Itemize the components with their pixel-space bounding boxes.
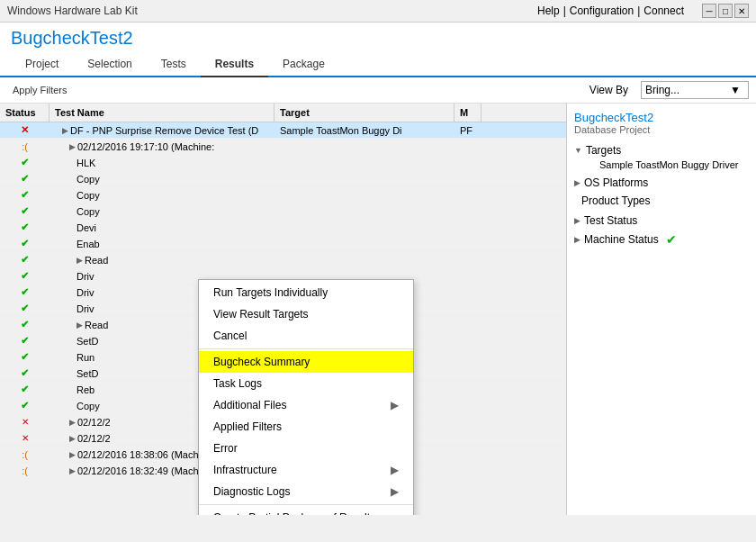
expand-icon: ▼ bbox=[574, 146, 582, 155]
check-icon: ✔ bbox=[21, 221, 29, 233]
tab-project[interactable]: Project bbox=[11, 52, 73, 76]
status-cell: ✔ bbox=[0, 350, 50, 364]
menu-item-cancel[interactable]: Cancel bbox=[199, 325, 413, 347]
table-row[interactable]: ✔ Enab bbox=[0, 236, 566, 252]
status-cell: ✔ bbox=[0, 237, 50, 250]
right-panel: BugcheckTest2 Database Project ▼ Targets… bbox=[567, 104, 756, 515]
submenu-arrow-icon: ▶ bbox=[391, 464, 399, 476]
tab-bar: Project Selection Tests Results Package bbox=[11, 52, 745, 76]
menu-item-label: Run Targets Individually bbox=[213, 286, 328, 299]
x-icon: ✕ bbox=[22, 417, 29, 427]
col-header-target: Target bbox=[274, 104, 454, 122]
menu-item-view-result-targets[interactable]: View Result Targets bbox=[199, 303, 413, 325]
tree-item-product-types[interactable]: Product Types bbox=[574, 193, 749, 209]
m-cell bbox=[454, 389, 482, 391]
target-cell bbox=[274, 243, 454, 245]
help-link[interactable]: Help bbox=[537, 5, 560, 17]
table-row[interactable]: ✔ Devi bbox=[0, 220, 566, 236]
check-icon: ✔ bbox=[21, 157, 29, 168]
status-cell: ✔ bbox=[0, 334, 50, 348]
table-row[interactable]: ✕ ▶ DF - PNP Surprise Remove Device Test… bbox=[0, 122, 566, 139]
table-row[interactable]: :( ▶ 02/12/2016 19:17:10 (Machine: bbox=[0, 139, 566, 155]
dropdown-arrow-icon: ▼ bbox=[730, 84, 741, 96]
configuration-link[interactable]: Configuration bbox=[570, 5, 634, 17]
tree-section-targets: Sample ToastMon Buggy Driver bbox=[585, 158, 749, 171]
tab-package[interactable]: Package bbox=[268, 52, 339, 76]
connect-link[interactable]: Connect bbox=[644, 5, 684, 17]
view-by-dropdown[interactable]: Bring... ▼ bbox=[641, 81, 749, 99]
tree-item-targets[interactable]: ▼ Targets bbox=[574, 142, 749, 158]
app-title: BugcheckTest2 bbox=[11, 28, 745, 49]
target-cell: Sample ToastMon Buggy Di bbox=[274, 124, 454, 137]
expand-icon[interactable]: ▶ bbox=[69, 434, 76, 443]
name-cell: Copy bbox=[50, 189, 274, 202]
m-cell bbox=[454, 340, 482, 342]
close-button[interactable]: ✕ bbox=[734, 4, 749, 18]
tab-selection[interactable]: Selection bbox=[73, 52, 146, 76]
expand-icon: ▶ bbox=[574, 216, 580, 225]
status-cell: ✔ bbox=[0, 302, 50, 315]
expand-icon[interactable]: ▶ bbox=[69, 450, 76, 459]
expand-icon[interactable]: ▶ bbox=[76, 256, 83, 265]
table-row[interactable]: ✔ Copy bbox=[0, 171, 566, 187]
check-icon: ✔ bbox=[21, 205, 29, 217]
menu-item-task-logs[interactable]: Task Logs bbox=[199, 373, 413, 394]
menu-item-diagnostic-logs[interactable]: Diagnostic Logs ▶ bbox=[199, 481, 413, 502]
menu-item-create-partial[interactable]: Create Partial Package of Result bbox=[199, 507, 413, 515]
menu-item-label: View Result Targets bbox=[213, 308, 309, 321]
expand-icon[interactable]: ▶ bbox=[76, 321, 83, 330]
window-controls: ─ □ ✕ bbox=[702, 4, 749, 18]
sad-icon: :( bbox=[22, 465, 28, 476]
menu-item-error[interactable]: Error bbox=[199, 438, 413, 459]
expand-icon[interactable]: ▶ bbox=[69, 466, 76, 475]
m-cell bbox=[454, 292, 482, 294]
status-cell: :( bbox=[0, 465, 50, 477]
menu-item-label: Additional Files bbox=[213, 399, 286, 411]
check-icon: ✔ bbox=[21, 303, 29, 314]
check-icon: ✔ bbox=[21, 189, 29, 201]
check-icon: ✔ bbox=[21, 238, 29, 249]
menu-item-applied-filters[interactable]: Applied Filters bbox=[199, 416, 413, 438]
status-cell: :( bbox=[0, 448, 50, 461]
tab-results[interactable]: Results bbox=[201, 52, 268, 77]
m-cell bbox=[454, 259, 482, 261]
tree-item-sample-toast: Sample ToastMon Buggy Driver bbox=[599, 158, 749, 171]
m-cell bbox=[454, 243, 482, 245]
status-cell: ✔ bbox=[0, 156, 50, 169]
view-by-label: View By bbox=[590, 84, 628, 96]
col-header-m: M bbox=[454, 104, 482, 122]
expand-icon[interactable]: ▶ bbox=[62, 126, 68, 135]
status-cell: ✔ bbox=[0, 221, 50, 234]
name-cell: ▶ 02/12/2016 19:17:10 (Machine: bbox=[50, 140, 274, 153]
check-icon: ✔ bbox=[666, 232, 677, 247]
tree-item-machine-status[interactable]: ▶ Machine Status ✔ bbox=[574, 230, 749, 248]
sep2: | bbox=[637, 5, 640, 17]
expand-icon[interactable]: ▶ bbox=[69, 142, 76, 151]
target-cell bbox=[274, 146, 454, 148]
table-row[interactable]: ✔ ▶ Read bbox=[0, 252, 566, 268]
target-cell bbox=[274, 194, 454, 196]
tree-item-test-status[interactable]: ▶ Test Status bbox=[574, 212, 749, 229]
minimize-button[interactable]: ─ bbox=[702, 4, 716, 18]
table-row[interactable]: ✔ HLK bbox=[0, 155, 566, 171]
target-cell bbox=[274, 178, 454, 180]
table-row[interactable]: ✔ Copy bbox=[0, 203, 566, 220]
expand-icon[interactable]: ▶ bbox=[69, 418, 76, 427]
menu-item-label: Create Partial Package of Result bbox=[213, 511, 370, 515]
menu-item-run-targets[interactable]: Run Targets Individually bbox=[199, 282, 413, 303]
status-cell: ✔ bbox=[0, 383, 50, 396]
menu-item-additional-files[interactable]: Additional Files ▶ bbox=[199, 394, 413, 416]
restore-button[interactable]: □ bbox=[718, 4, 733, 18]
check-icon: ✔ bbox=[21, 351, 29, 363]
tree-item-os-platforms[interactable]: ▶ OS Platforms bbox=[574, 175, 749, 191]
menu-item-infrastructure[interactable]: Infrastructure ▶ bbox=[199, 459, 413, 481]
m-cell bbox=[454, 146, 482, 148]
sad-icon: :( bbox=[22, 449, 28, 460]
apply-filters-button[interactable]: Apply Filters bbox=[7, 83, 73, 97]
name-cell: Copy bbox=[50, 205, 274, 218]
menu-item-bugcheck-summary[interactable]: Bugcheck Summary bbox=[199, 351, 413, 373]
m-cell bbox=[454, 162, 482, 164]
table-row[interactable]: ✔ Copy bbox=[0, 187, 566, 203]
tab-tests[interactable]: Tests bbox=[147, 52, 201, 76]
menu-separator bbox=[199, 504, 413, 505]
